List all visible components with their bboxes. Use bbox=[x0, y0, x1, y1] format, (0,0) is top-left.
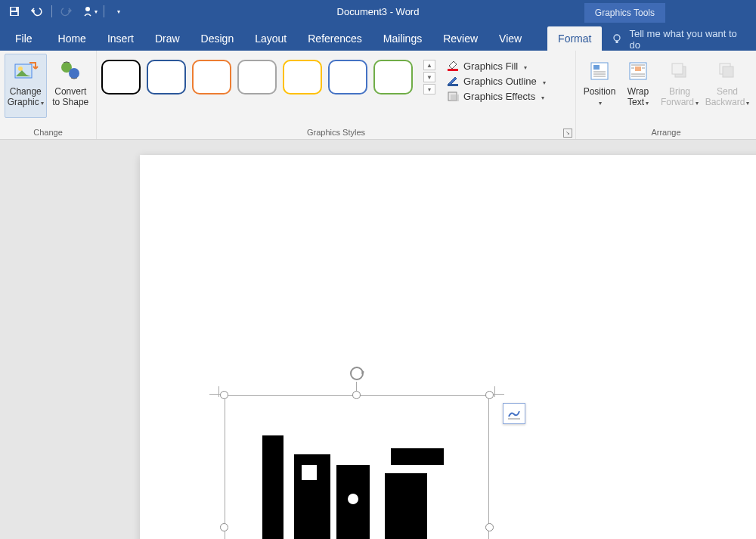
svg-rect-15 bbox=[593, 65, 600, 70]
tab-home[interactable]: Home bbox=[48, 26, 97, 51]
tab-review[interactable]: Review bbox=[432, 26, 488, 51]
change-graphic-icon bbox=[13, 57, 39, 85]
group-label-change: Change bbox=[0, 126, 96, 139]
context-tab-graphics-tools: Graphics Tools bbox=[584, 3, 665, 23]
svg-rect-13 bbox=[451, 94, 459, 101]
layout-options-button[interactable] bbox=[503, 403, 525, 424]
undo-button[interactable] bbox=[29, 3, 45, 20]
ribbon-tabs: File Home Insert Draw Design Layout Refe… bbox=[0, 23, 756, 51]
selected-graphic[interactable] bbox=[225, 395, 489, 539]
style-swatch-2[interactable] bbox=[147, 60, 186, 94]
change-graphic-button[interactable]: Change Graphic bbox=[5, 54, 47, 118]
svg-point-30 bbox=[351, 367, 363, 379]
tab-layout[interactable]: Layout bbox=[244, 26, 297, 51]
bring-forward-label: Bring Forward bbox=[661, 86, 694, 107]
handle-middle-left[interactable] bbox=[220, 523, 228, 531]
save-button[interactable] bbox=[6, 3, 23, 20]
lightbulb-icon bbox=[611, 33, 623, 45]
svg-rect-5 bbox=[616, 41, 618, 43]
graphics-fill-label: Graphics Fill bbox=[463, 60, 518, 72]
bring-forward-button[interactable]: Bring Forward bbox=[658, 54, 702, 118]
gallery-scroll-down[interactable]: ▼ bbox=[423, 72, 435, 82]
svg-point-9 bbox=[69, 68, 79, 79]
tab-insert[interactable]: Insert bbox=[97, 26, 144, 51]
paint-bucket-icon bbox=[446, 60, 460, 72]
tab-view[interactable]: View bbox=[488, 26, 532, 51]
send-backward-label: Send Backward bbox=[705, 86, 745, 107]
handle-middle-right[interactable] bbox=[485, 523, 494, 531]
graphics-fill-button[interactable]: Graphics Fill bbox=[443, 58, 549, 73]
wrap-text-icon bbox=[627, 57, 649, 85]
group-label-styles: Graphics Styles bbox=[307, 128, 365, 137]
tab-design[interactable]: Design bbox=[191, 26, 245, 51]
svg-rect-20 bbox=[635, 67, 641, 71]
position-icon bbox=[589, 57, 610, 85]
document-title: Document3 - Word bbox=[337, 6, 420, 17]
style-swatch-4[interactable] bbox=[237, 60, 277, 94]
books-icon bbox=[255, 433, 459, 539]
position-button[interactable]: Position bbox=[581, 54, 618, 118]
pen-outline-icon bbox=[446, 75, 460, 87]
handle-top-left[interactable] bbox=[220, 391, 228, 399]
document-area[interactable] bbox=[0, 140, 756, 539]
tell-me-search[interactable]: Tell me what you want to do bbox=[611, 28, 750, 51]
handle-top-right[interactable] bbox=[485, 391, 494, 399]
graphics-outline-button[interactable]: Graphics Outline bbox=[443, 73, 549, 88]
handle-top-middle[interactable] bbox=[352, 391, 361, 399]
tab-file[interactable]: File bbox=[6, 26, 48, 51]
qat-customize-button[interactable]: ▾ bbox=[110, 3, 127, 20]
tab-mailings[interactable]: Mailings bbox=[373, 26, 432, 51]
send-backward-button[interactable]: Send Backward bbox=[705, 54, 750, 118]
bring-forward-icon bbox=[669, 57, 690, 85]
layout-options-icon bbox=[507, 407, 522, 420]
ribbon: Change Graphic Convert to Shape Change bbox=[0, 51, 756, 140]
svg-rect-2 bbox=[11, 12, 17, 15]
svg-point-4 bbox=[614, 35, 620, 41]
svg-rect-27 bbox=[672, 64, 683, 74]
group-label-arrange: Arrange bbox=[576, 126, 756, 139]
send-backward-icon bbox=[717, 57, 738, 85]
tab-references[interactable]: References bbox=[297, 26, 373, 51]
redo-button[interactable] bbox=[58, 3, 75, 20]
convert-to-shape-icon bbox=[59, 57, 82, 85]
tab-format[interactable]: Format bbox=[547, 26, 602, 51]
svg-rect-1 bbox=[11, 8, 16, 11]
tab-draw[interactable]: Draw bbox=[144, 26, 191, 51]
rotate-handle[interactable] bbox=[349, 365, 365, 382]
style-swatch-1[interactable] bbox=[101, 60, 141, 94]
graphics-effects-button[interactable]: Graphics Effects bbox=[443, 88, 549, 104]
graphics-style-gallery: ▲ ▼ ▾ bbox=[101, 54, 437, 94]
title-bar: ▾ ▾ Document3 - Word Graphics Tools bbox=[0, 0, 756, 23]
tell-me-label: Tell me what you want to do bbox=[629, 28, 750, 51]
svg-rect-10 bbox=[448, 69, 458, 71]
svg-rect-29 bbox=[723, 67, 733, 77]
position-label: Position bbox=[584, 86, 616, 97]
svg-point-7 bbox=[18, 67, 23, 71]
change-graphic-label: Change Graphic bbox=[8, 86, 44, 109]
gallery-scroll-up[interactable]: ▲ bbox=[423, 60, 435, 70]
convert-to-shape-label: Convert to Shape bbox=[52, 86, 88, 107]
quick-access-toolbar: ▾ ▾ bbox=[0, 3, 127, 20]
svg-point-3 bbox=[85, 7, 90, 11]
touch-mode-button[interactable]: ▾ bbox=[81, 3, 98, 20]
style-swatch-3[interactable] bbox=[192, 60, 231, 94]
style-swatch-6[interactable] bbox=[328, 60, 367, 94]
effects-icon bbox=[446, 90, 460, 102]
style-swatch-7[interactable] bbox=[373, 60, 413, 94]
style-swatch-5[interactable] bbox=[283, 60, 322, 94]
styles-dialog-launcher[interactable]: ↘ bbox=[563, 129, 572, 138]
wrap-text-button[interactable]: Wrap Text bbox=[621, 54, 655, 118]
gallery-more-button[interactable]: ▾ bbox=[423, 84, 435, 94]
svg-rect-11 bbox=[448, 84, 458, 86]
graphics-outline-label: Graphics Outline bbox=[463, 76, 537, 87]
rotate-icon bbox=[349, 365, 365, 382]
convert-to-shape-button[interactable]: Convert to Shape bbox=[50, 54, 92, 118]
graphics-effects-label: Graphics Effects bbox=[463, 91, 535, 102]
